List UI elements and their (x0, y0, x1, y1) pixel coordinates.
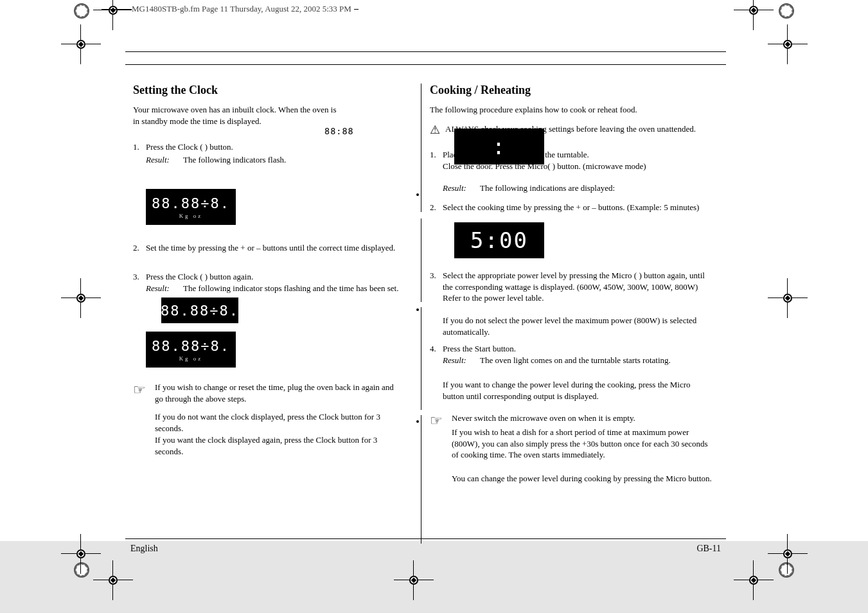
bullet-icon (416, 193, 419, 196)
step-number: 2. (430, 202, 436, 213)
heading-cooking-reheating: Cooking / Reheating (430, 84, 531, 97)
step1-result: The following indicators flash. (183, 154, 402, 166)
crop-mark (734, 560, 772, 599)
result-label: Result: (443, 355, 466, 366)
step-number: 3. (430, 270, 436, 281)
bullet-icon (416, 420, 419, 423)
lcd-display: 88.88÷8. Kg oz (146, 189, 236, 225)
step3-result: The following indicator stops flashing a… (183, 283, 402, 294)
heading-setting-clock: Setting the Clock (133, 84, 218, 97)
lcd-sublabel: Kg oz (179, 213, 203, 219)
r-step4-result: The oven light comes on and the turntabl… (480, 355, 711, 366)
r-bullet1: If you do not select the power level the… (443, 315, 713, 337)
file-header: MG1480STB-gb.fm Page 11 Thursday, August… (132, 4, 354, 14)
lcd-blank: : (492, 134, 506, 159)
crop-mark (93, 560, 132, 599)
crop-mark (61, 24, 100, 63)
crop-mark (768, 24, 806, 63)
lcd-time: 5:00 (470, 227, 528, 253)
step1: Press the Clock ( ) button. (146, 141, 403, 153)
result-label: Result: (146, 283, 170, 294)
step-number: 4. (430, 343, 436, 355)
r-bullet2: If you want to change the power level du… (443, 379, 713, 402)
tip3: If you want the clock displayed again, p… (155, 434, 404, 457)
registration-mark (779, 3, 794, 19)
crop-mark (768, 278, 806, 317)
step-number: 3. (133, 271, 139, 283)
r-step3: Select the appropriate power level by pr… (443, 270, 713, 304)
cook-intro: The following procedure explains how to … (430, 104, 706, 116)
footer-right: GB-11 (696, 544, 721, 554)
caution-icon: ⚠ (430, 122, 440, 138)
bullet-icon (416, 308, 419, 311)
step-number: 1. (133, 141, 139, 153)
lcd-display-time: 5:00 (454, 222, 544, 258)
r-step1-result: The following indications are displayed: (480, 182, 711, 194)
lcd-segments: 88.88÷8. (161, 303, 239, 319)
crop-mark (768, 534, 806, 573)
lcd-display-blank: : (454, 129, 544, 164)
step-number: 2. (133, 242, 139, 254)
lcd-display: 88.88÷8. (161, 298, 238, 323)
r-note2: If you wish to heat a dish for a short p… (452, 427, 715, 461)
step2: Set the time by pressing the + or – butt… (146, 242, 403, 254)
column-divider (421, 307, 421, 410)
lcd-display: 88.88÷8. Kg oz (146, 332, 236, 368)
lcd-segments: 88.88÷8. (152, 195, 230, 211)
page-content: Setting the Clock Cooking / Reheating Yo… (125, 51, 726, 546)
registration-mark (74, 3, 89, 19)
step3: Press the Clock ( ) button again. (146, 271, 403, 283)
clock-icon: 88:88 (324, 126, 354, 136)
column-divider (421, 84, 421, 212)
r-step2: Select the cooking time by pressing the … (443, 202, 706, 213)
clock-intro: Your microwave oven has an inbuilt clock… (133, 104, 339, 127)
lcd-segments: 88.88÷8. (152, 338, 230, 354)
column-divider (421, 218, 421, 302)
step-number: 1. (430, 149, 436, 161)
result-label: Result: (443, 182, 466, 194)
tip2: If you do not want the clock displayed, … (155, 411, 404, 434)
tip1: If you wish to change or reset the time,… (155, 382, 404, 404)
header-rule (125, 51, 726, 52)
crop-mark (61, 278, 100, 317)
r-step4: Press the Start button. (443, 343, 706, 355)
crop-mark (734, 0, 772, 29)
lcd-sublabel: Kg oz (179, 355, 203, 362)
result-label: Result: (146, 154, 170, 166)
r-note1: Never switch the microwave oven on when … (452, 413, 715, 424)
column-divider (421, 415, 421, 544)
crop-mark (394, 560, 432, 599)
r-bullet3: You can change the power level during co… (452, 473, 715, 484)
pointer-icon: ☞ (133, 380, 146, 400)
footer-rule (125, 538, 726, 539)
pointer-icon: ☞ (430, 411, 443, 431)
header-rule (125, 64, 726, 65)
footer-left: English (130, 544, 158, 554)
